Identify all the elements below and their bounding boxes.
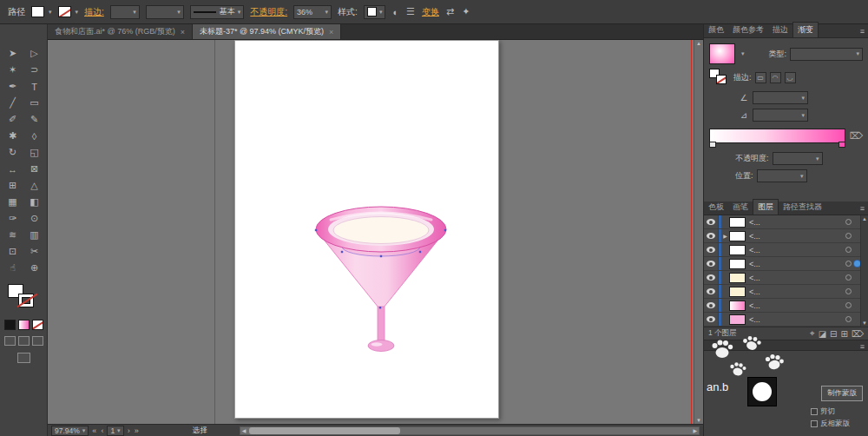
shape-builder-tool-icon[interactable]: ⊞	[2, 177, 23, 194]
perspective-grid-tool-icon[interactable]: △	[23, 177, 45, 194]
type-tool-icon[interactable]: T	[23, 78, 45, 95]
stop-position-select[interactable]	[757, 169, 807, 182]
artboard-number-select[interactable]: 1	[107, 426, 123, 436]
target-circle[interactable]	[845, 247, 852, 253]
scroll-up-icon[interactable]: ▲	[696, 41, 701, 46]
free-transform-tool-icon[interactable]: ⊠	[23, 161, 45, 177]
stroke-within-button[interactable]: ▭	[755, 72, 766, 83]
layer-thumbnail[interactable]	[729, 217, 746, 228]
close-icon[interactable]: ×	[181, 28, 185, 36]
layer-thumbnail[interactable]	[729, 314, 746, 325]
lasso-tool-icon[interactable]: ⊃	[23, 62, 45, 78]
stroke-along-button[interactable]: ◠	[770, 72, 781, 83]
mask-thumbnail[interactable]	[747, 377, 777, 406]
tab-pathfinder[interactable]: 路径查找器	[779, 200, 826, 215]
tab-stroke[interactable]: 描边	[768, 23, 792, 37]
martini-glass-artwork[interactable]	[235, 41, 498, 418]
panel-menu-icon[interactable]: ≡	[860, 342, 865, 351]
layer-row[interactable]: <...	[704, 257, 868, 271]
paintbrush-tool-icon[interactable]: ✐	[2, 111, 23, 128]
target-circle[interactable]	[845, 219, 852, 225]
draw-inside-button[interactable]	[32, 336, 43, 346]
layer-name[interactable]: <...	[749, 232, 845, 241]
new-layer-icon[interactable]: ⊞	[840, 329, 847, 339]
draw-behind-button[interactable]	[18, 336, 30, 346]
target-circle[interactable]	[845, 302, 852, 308]
target-circle[interactable]	[845, 288, 852, 294]
direct-selection-tool-icon[interactable]: ▷	[23, 45, 45, 62]
align-icon[interactable]: ☰	[405, 6, 416, 17]
visibility-toggle[interactable]	[704, 299, 719, 312]
gradient-button[interactable]	[18, 320, 30, 330]
document-tab-active[interactable]: 未标题-37* @ 97.94% (CMYK/预览) ×	[193, 24, 341, 39]
layer-name[interactable]: <...	[749, 274, 845, 282]
slice-tool-icon[interactable]: ✂	[23, 243, 45, 260]
color-button[interactable]	[4, 320, 16, 330]
scroll-down-icon[interactable]: ▼	[862, 320, 867, 326]
opacity-select[interactable]: 36%	[293, 5, 332, 19]
layer-row[interactable]: <...	[704, 313, 868, 327]
visibility-toggle[interactable]	[704, 271, 719, 284]
line-segment-tool-icon[interactable]: ╱	[2, 95, 23, 111]
layer-row[interactable]: <...	[704, 215, 868, 229]
adjust-icon[interactable]: ✦	[461, 6, 470, 17]
stroke-color-box[interactable]	[18, 294, 34, 307]
scroll-down-icon[interactable]: ▼	[696, 418, 701, 423]
width-tool-icon[interactable]: ↔	[2, 161, 23, 177]
stroke-color-swatch[interactable]	[58, 6, 79, 17]
last-artboard-button[interactable]: »	[134, 426, 140, 435]
layer-name[interactable]: <...	[749, 218, 845, 227]
gradient-type-select[interactable]	[790, 48, 863, 61]
exchange-icon[interactable]: ⇄	[445, 6, 455, 17]
gradient-swatch[interactable]	[709, 43, 735, 64]
gradient-tool-icon[interactable]: ◧	[23, 194, 45, 210]
tab-gradient[interactable]: 渐变	[792, 22, 819, 37]
layer-thumbnail[interactable]	[729, 259, 746, 269]
variable-width-select[interactable]	[146, 5, 184, 19]
layer-name[interactable]: <...	[749, 315, 845, 324]
previous-artboard-button[interactable]: ‹	[100, 426, 104, 435]
eyedropper-tool-icon[interactable]: ✑	[2, 210, 23, 227]
layer-name[interactable]: <...	[749, 301, 845, 310]
transform-link[interactable]: 变换	[422, 6, 439, 18]
close-icon[interactable]: ×	[329, 28, 333, 36]
stop-opacity-select[interactable]	[773, 152, 823, 165]
pencil-tool-icon[interactable]: ✎	[23, 111, 45, 128]
new-sublayer-icon[interactable]: ⊟	[830, 329, 837, 339]
zoom-tool-icon[interactable]: ⊕	[23, 260, 45, 276]
checkbox-icon[interactable]	[811, 420, 818, 427]
scale-tool-icon[interactable]: ◱	[23, 144, 45, 161]
layer-row[interactable]: ▶ <...	[704, 229, 868, 243]
document-tab[interactable]: 食物和店面.ai* @ 76% (RGB/预览) ×	[48, 24, 193, 39]
recolor-artwork-icon[interactable]: ◐	[391, 7, 399, 17]
layer-row[interactable]: <...	[704, 271, 868, 285]
visibility-toggle[interactable]	[704, 243, 719, 256]
chevron-down-icon[interactable]	[741, 50, 745, 57]
gradient-fill-stroke-indicator[interactable]	[709, 69, 730, 87]
layer-thumbnail[interactable]	[729, 231, 746, 241]
magic-wand-tool-icon[interactable]: ✶	[2, 62, 23, 78]
visibility-toggle[interactable]	[704, 285, 719, 298]
locate-object-icon[interactable]: ⌖	[810, 328, 815, 339]
gradient-angle-select[interactable]	[753, 91, 808, 104]
style-select[interactable]	[364, 5, 386, 19]
layer-thumbnail[interactable]	[729, 245, 746, 255]
scroll-left-icon[interactable]: ◀	[240, 427, 248, 433]
symbol-sprayer-tool-icon[interactable]: ≋	[2, 227, 23, 243]
horizontal-scrollbar[interactable]: ◀ ▶	[240, 426, 700, 435]
target-circle[interactable]	[845, 233, 852, 239]
tab-color[interactable]: 颜色	[704, 23, 728, 37]
make-clip-mask-icon[interactable]: ◪	[819, 329, 826, 339]
visibility-toggle[interactable]	[704, 229, 719, 242]
first-artboard-button[interactable]: «	[91, 426, 97, 435]
artboard[interactable]	[234, 40, 499, 419]
gradient-slider[interactable]	[709, 129, 845, 143]
mesh-tool-icon[interactable]: ▦	[2, 194, 23, 210]
gradient-aspect-select[interactable]	[753, 109, 808, 122]
stroke-across-button[interactable]: ◡	[785, 72, 796, 83]
layers-scrollbar[interactable]: ▲ ▼	[860, 215, 868, 327]
pen-tool-icon[interactable]: ✒	[2, 78, 23, 95]
rotate-tool-icon[interactable]: ↻	[2, 144, 23, 161]
none-button[interactable]	[32, 320, 43, 330]
screen-mode-button[interactable]	[17, 353, 30, 363]
